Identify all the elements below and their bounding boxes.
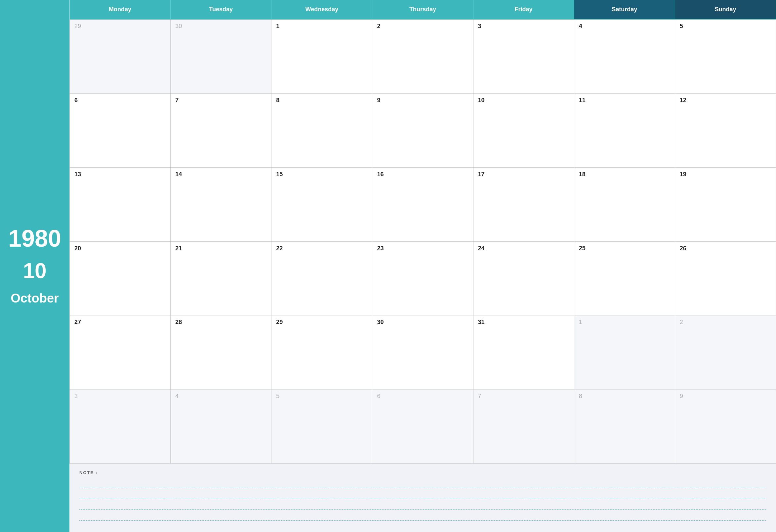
- table-row[interactable]: 2: [675, 316, 776, 389]
- table-row[interactable]: 24: [473, 242, 574, 316]
- note-line-1[interactable]: [79, 477, 766, 487]
- table-row[interactable]: 18: [574, 168, 675, 242]
- table-row[interactable]: 20: [70, 242, 171, 316]
- table-row[interactable]: 7: [473, 389, 574, 464]
- table-row[interactable]: 29: [271, 316, 372, 389]
- month-number-label: 10: [23, 260, 46, 282]
- table-row[interactable]: 15: [271, 168, 372, 242]
- table-row[interactable]: 1: [574, 316, 675, 389]
- table-row[interactable]: 23: [372, 242, 473, 316]
- table-row[interactable]: 8: [271, 94, 372, 168]
- calendar-sidebar: 1980 10 October: [0, 0, 69, 532]
- table-row[interactable]: 8: [574, 389, 675, 464]
- table-row[interactable]: 19: [675, 168, 776, 242]
- table-row[interactable]: 11: [574, 94, 675, 168]
- table-row[interactable]: 25: [574, 242, 675, 316]
- table-row[interactable]: 4: [574, 19, 675, 94]
- table-row[interactable]: 5: [271, 389, 372, 464]
- table-row[interactable]: 27: [70, 316, 171, 389]
- table-row[interactable]: 30: [171, 19, 271, 94]
- table-row[interactable]: 9: [372, 94, 473, 168]
- table-row[interactable]: 31: [473, 316, 574, 389]
- calendar-grid: Monday Tuesday Wednesday Thursday Friday…: [69, 0, 776, 464]
- table-row[interactable]: 2: [372, 19, 473, 94]
- calendar-wrapper: 1980 10 October Monday Tuesday Wednesday…: [0, 0, 776, 532]
- note-label: NOTE :: [79, 470, 766, 475]
- table-row[interactable]: 22: [271, 242, 372, 316]
- table-row[interactable]: 12: [675, 94, 776, 168]
- table-row[interactable]: 28: [171, 316, 271, 389]
- table-row[interactable]: 21: [171, 242, 271, 316]
- table-row[interactable]: 7: [171, 94, 271, 168]
- table-row[interactable]: 3: [70, 389, 171, 464]
- table-row[interactable]: 1: [271, 19, 372, 94]
- table-row[interactable]: 29: [70, 19, 171, 94]
- table-row[interactable]: 10: [473, 94, 574, 168]
- note-line-2[interactable]: [79, 488, 766, 498]
- table-row[interactable]: 4: [171, 389, 271, 464]
- table-row[interactable]: 30: [372, 316, 473, 389]
- note-line-4[interactable]: [79, 511, 766, 521]
- table-row[interactable]: 13: [70, 168, 171, 242]
- header-wednesday: Wednesday: [271, 0, 372, 19]
- table-row[interactable]: 6: [372, 389, 473, 464]
- year-label: 1980: [8, 226, 61, 250]
- header-sunday: Sunday: [675, 0, 776, 19]
- calendar-main: Monday Tuesday Wednesday Thursday Friday…: [69, 0, 776, 532]
- header-tuesday: Tuesday: [171, 0, 271, 19]
- table-row[interactable]: 5: [675, 19, 776, 94]
- table-row[interactable]: 9: [675, 389, 776, 464]
- note-line-3[interactable]: [79, 500, 766, 510]
- table-row[interactable]: 17: [473, 168, 574, 242]
- table-row[interactable]: 26: [675, 242, 776, 316]
- header-saturday: Saturday: [574, 0, 675, 19]
- notes-section: NOTE :: [69, 464, 776, 532]
- month-name-label: October: [11, 291, 59, 306]
- table-row[interactable]: 16: [372, 168, 473, 242]
- table-row[interactable]: 14: [171, 168, 271, 242]
- header-thursday: Thursday: [372, 0, 473, 19]
- table-row[interactable]: 3: [473, 19, 574, 94]
- table-row[interactable]: 6: [70, 94, 171, 168]
- header-friday: Friday: [473, 0, 574, 19]
- header-monday: Monday: [70, 0, 171, 19]
